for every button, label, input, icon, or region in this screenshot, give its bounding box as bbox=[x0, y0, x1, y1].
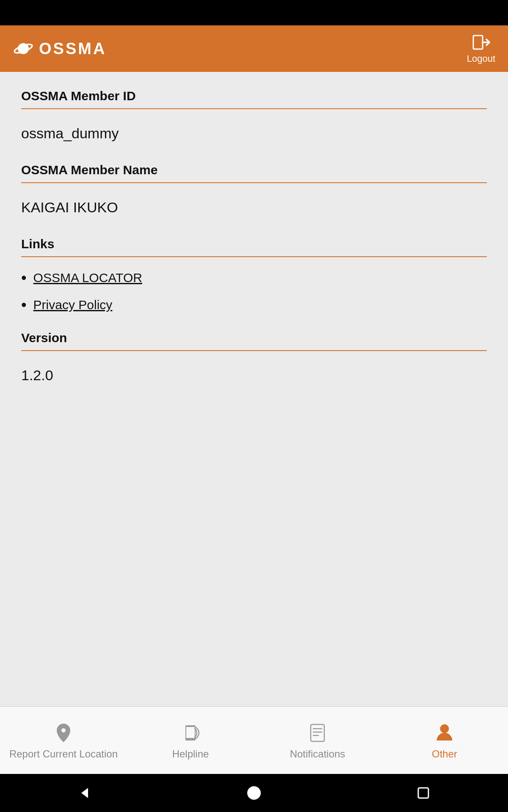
nav-item-notifications[interactable]: Notifications bbox=[254, 721, 381, 760]
nav-helpline-label: Helpline bbox=[172, 748, 209, 760]
svg-point-8 bbox=[440, 724, 449, 733]
recents-icon bbox=[415, 785, 432, 801]
nav-item-report[interactable]: Report Current Location bbox=[0, 721, 127, 760]
svg-rect-2 bbox=[473, 36, 483, 49]
links-list: OSSMA LOCATOR Privacy Policy bbox=[21, 269, 487, 314]
nav-report-label: Report Current Location bbox=[9, 748, 118, 760]
logout-button[interactable]: Logout bbox=[467, 33, 495, 64]
back-icon bbox=[76, 785, 93, 801]
list-item: OSSMA LOCATOR bbox=[21, 269, 487, 287]
bottom-navigation: Report Current Location Helpline Notific… bbox=[0, 706, 508, 774]
member-id-section: OSSMA Member ID ossma_dummy bbox=[21, 89, 487, 146]
privacy-policy-link[interactable]: Privacy Policy bbox=[33, 298, 113, 312]
phone-icon bbox=[179, 721, 202, 745]
links-section: Links OSSMA LOCATOR Privacy Policy bbox=[21, 237, 487, 314]
svg-marker-9 bbox=[81, 788, 88, 798]
ossma-locator-link[interactable]: OSSMA LOCATOR bbox=[33, 271, 142, 285]
list-item: Privacy Policy bbox=[21, 296, 487, 314]
version-divider bbox=[21, 350, 487, 351]
version-section: Version 1.2.0 bbox=[21, 331, 487, 388]
nav-other-label: Other bbox=[432, 748, 457, 760]
app-title: OSSMA bbox=[39, 40, 106, 58]
links-label: Links bbox=[21, 237, 487, 251]
main-content: OSSMA Member ID ossma_dummy OSSMA Member… bbox=[0, 72, 508, 706]
recents-button[interactable] bbox=[413, 782, 434, 804]
svg-point-10 bbox=[247, 786, 261, 800]
top-status-bar bbox=[0, 0, 508, 25]
system-navigation-bar bbox=[0, 774, 508, 812]
member-id-divider bbox=[21, 108, 487, 109]
member-name-label: OSSMA Member Name bbox=[21, 163, 487, 177]
nav-item-other[interactable]: Other bbox=[381, 721, 508, 760]
version-label: Version bbox=[21, 331, 487, 345]
member-name-section: OSSMA Member Name KAIGAI IKUKO bbox=[21, 163, 487, 220]
member-id-label: OSSMA Member ID bbox=[21, 89, 487, 103]
logo-container: OSSMA bbox=[13, 38, 106, 59]
notifications-icon bbox=[306, 721, 329, 745]
back-button[interactable] bbox=[74, 782, 95, 804]
location-pin-icon bbox=[52, 721, 75, 745]
nav-notifications-label: Notifications bbox=[290, 748, 345, 760]
logout-label: Logout bbox=[467, 53, 495, 64]
svg-rect-11 bbox=[418, 788, 428, 798]
home-button[interactable] bbox=[243, 782, 265, 804]
home-icon bbox=[246, 785, 262, 801]
logout-icon bbox=[472, 33, 490, 52]
nav-item-helpline[interactable]: Helpline bbox=[127, 721, 254, 760]
member-name-value: KAIGAI IKUKO bbox=[21, 195, 487, 220]
ossma-logo-icon bbox=[13, 38, 34, 59]
app-header: OSSMA Logout bbox=[0, 25, 508, 72]
links-divider bbox=[21, 256, 487, 257]
person-icon bbox=[433, 721, 456, 745]
svg-rect-4 bbox=[311, 724, 324, 741]
version-value: 1.2.0 bbox=[21, 363, 487, 388]
member-id-value: ossma_dummy bbox=[21, 121, 487, 146]
member-name-divider bbox=[21, 182, 487, 183]
